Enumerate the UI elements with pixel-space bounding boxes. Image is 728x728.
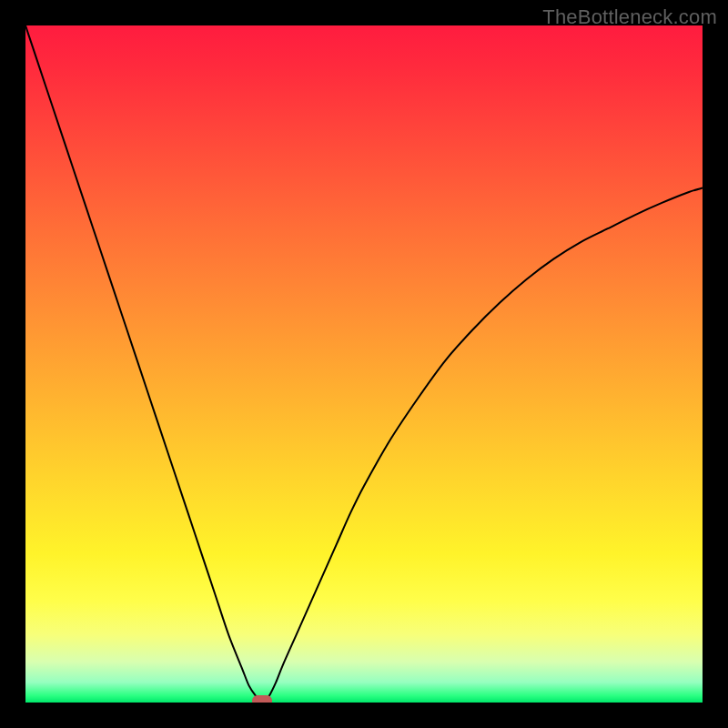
chart-frame: TheBottleneck.com: [0, 0, 728, 728]
minimum-marker: [252, 695, 272, 703]
watermark-text: TheBottleneck.com: [542, 5, 717, 29]
plot-area: [25, 25, 703, 703]
bottleneck-curve: [25, 25, 703, 703]
